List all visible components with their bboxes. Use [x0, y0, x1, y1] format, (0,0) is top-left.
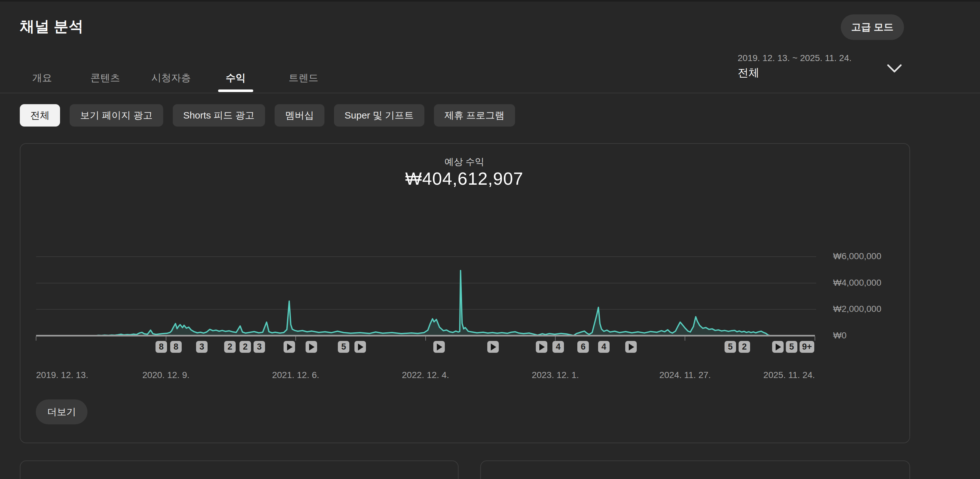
- tab-label: 수익: [226, 71, 245, 85]
- window-top-edge: [0, 0, 980, 2]
- tab-label: 콘텐츠: [91, 71, 120, 85]
- tab-label: 시청자층: [151, 71, 191, 85]
- play-icon: [358, 343, 363, 351]
- tab-2[interactable]: 시청자층: [151, 63, 191, 93]
- x-axis-tick-label: 2019. 12. 13.: [36, 370, 88, 380]
- tab-1[interactable]: 콘텐츠: [91, 63, 120, 93]
- x-axis-tick: [685, 337, 685, 341]
- tab-label: 개요: [32, 71, 52, 85]
- x-axis-tick: [36, 337, 37, 341]
- see-more-button[interactable]: 더보기: [36, 399, 88, 424]
- tab-4[interactable]: 트렌드: [289, 63, 318, 93]
- date-range-text: 2019. 12. 13. ~ 2025. 11. 24.: [738, 53, 852, 63]
- video-marker-count[interactable]: 3: [196, 341, 208, 353]
- x-axis-tick-label: 2024. 11. 27.: [659, 370, 711, 380]
- video-marker-count[interactable]: 2: [738, 341, 750, 353]
- video-marker-play[interactable]: [283, 341, 295, 353]
- play-icon: [437, 343, 442, 351]
- video-marker-count[interactable]: 8: [156, 341, 167, 353]
- video-marker-count[interactable]: 2: [224, 341, 235, 353]
- x-axis-tick: [166, 337, 166, 341]
- tab-revenue[interactable]: 수익: [226, 63, 245, 93]
- revenue-filter-chips: 전체보기 페이지 광고Shorts 피드 광고멤버십Super 및 기프트제휴 …: [20, 104, 515, 126]
- video-marker-play[interactable]: [305, 341, 317, 353]
- video-marker-play[interactable]: [536, 341, 547, 353]
- video-marker-count[interactable]: 4: [598, 341, 609, 353]
- revenue-filter-chip[interactable]: Shorts 피드 광고: [173, 104, 265, 126]
- play-icon: [539, 343, 545, 351]
- x-axis-tick: [815, 337, 815, 341]
- play-icon: [287, 343, 293, 351]
- advanced-mode-button[interactable]: 고급 모드: [841, 14, 904, 40]
- play-icon: [491, 343, 496, 351]
- revenue-filter-chip[interactable]: Super 및 기프트: [334, 104, 425, 126]
- page-title: 채널 분석: [20, 17, 83, 37]
- video-marker-play[interactable]: [625, 341, 637, 353]
- tab-label: 트렌드: [289, 71, 318, 85]
- video-marker-count[interactable]: 4: [552, 341, 564, 353]
- x-axis-tick-label: 2023. 12. 1.: [532, 370, 579, 380]
- play-icon: [309, 343, 315, 351]
- x-axis-tick-label: 2020. 12. 9.: [142, 370, 190, 380]
- video-marker-play[interactable]: [355, 341, 366, 353]
- video-marker-count[interactable]: 2: [240, 341, 251, 353]
- x-axis-tick: [555, 337, 555, 341]
- revenue-filter-chip[interactable]: 보기 페이지 광고: [70, 104, 163, 126]
- revenue-filter-chip[interactable]: 전체: [20, 104, 60, 126]
- video-marker-count[interactable]: 5: [725, 341, 736, 353]
- video-marker-count[interactable]: 8: [170, 341, 182, 353]
- chevron-down-icon[interactable]: [886, 63, 903, 74]
- y-axis-tick-label: ₩0: [833, 331, 846, 341]
- y-axis-tick-label: ₩4,000,000: [833, 278, 881, 288]
- x-axis-tick: [425, 337, 426, 341]
- video-marker-count[interactable]: 5: [338, 341, 349, 353]
- tabs-divider: [0, 93, 980, 93]
- date-preset-text: 전체: [738, 65, 759, 80]
- y-axis-tick-label: ₩2,000,000: [833, 304, 881, 314]
- date-range-selector[interactable]: 2019. 12. 13. ~ 2025. 11. 24. 전체: [738, 51, 942, 86]
- play-icon: [629, 343, 634, 351]
- video-marker-play[interactable]: [433, 341, 445, 353]
- revenue-area-fill: [36, 270, 815, 336]
- x-axis-tick-label: 2025. 11. 24.: [764, 370, 815, 380]
- video-marker-count[interactable]: 6: [578, 341, 589, 353]
- play-icon: [776, 343, 781, 351]
- revenue-filter-chip[interactable]: 제휴 프로그램: [434, 104, 515, 126]
- x-axis-tick-label: 2022. 12. 4.: [402, 370, 449, 380]
- x-axis-tick-label: 2021. 12. 6.: [272, 370, 319, 380]
- bottom-right-card: [480, 460, 910, 479]
- y-axis-tick-label: ₩6,000,000: [833, 251, 881, 261]
- video-marker-play[interactable]: [487, 341, 499, 353]
- video-marker-count[interactable]: 5: [786, 341, 797, 353]
- metric-value: ₩404,612,907: [20, 168, 909, 189]
- revenue-line-chart: [36, 251, 815, 336]
- video-marker-play[interactable]: [772, 341, 784, 353]
- video-marker-count[interactable]: 3: [253, 341, 265, 353]
- metric-label: 예상 수익: [20, 156, 909, 168]
- revenue-filter-chip[interactable]: 멤버십: [275, 104, 325, 126]
- x-axis-tick: [295, 337, 296, 341]
- bottom-left-card: [20, 460, 458, 479]
- video-marker-count[interactable]: 9+: [800, 341, 814, 353]
- tab-0[interactable]: 개요: [32, 63, 52, 93]
